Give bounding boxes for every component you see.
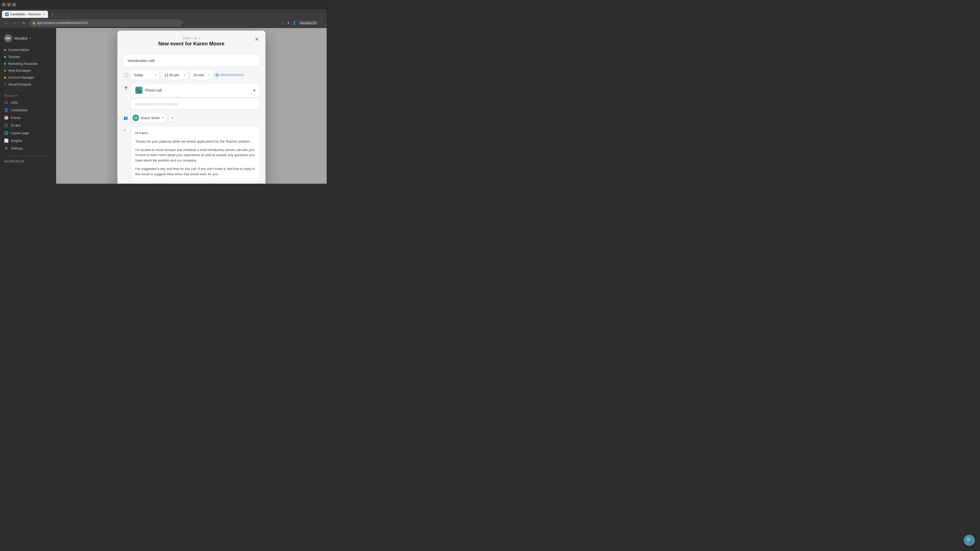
sidebar-item-career-page[interactable]: 🌐 Career page [0, 129, 56, 137]
sidebar-item-marketing-associate[interactable]: Marketing Associate [0, 60, 56, 67]
location-pin-icon: 📍 [124, 86, 129, 91]
time-select-wrapper: 11:00 pm 11:15 pm 11:30 pm 11:45 pm [161, 70, 188, 79]
dot-icon [4, 76, 6, 79]
sidebar-item-events[interactable]: 📅 Events [0, 114, 56, 121]
message-body-3: I've suggested a day and time for this c… [135, 166, 255, 177]
tab-favicon-icon: H [5, 13, 9, 16]
homerun-logo-text: HOMERUN [4, 156, 52, 163]
globe-icon: 🌐 [215, 73, 219, 77]
address-bar: ← → ↻ 🔒 app.homerun.co/candidates/542551… [0, 18, 327, 28]
sidebar-item-label: Marketing Associate [8, 62, 38, 65]
browser-chrome: × – □ H Candidates · Homerun ✕ + ← → ↻ 🔒… [0, 0, 327, 28]
message-body-2: I'm excited to move forward and schedule… [135, 148, 255, 163]
location-type-select[interactable]: 📞 Phone call ▾ [131, 84, 259, 97]
forward-button[interactable]: → [12, 20, 18, 26]
duration-select-wrapper: 15 min 30 min 45 min 1 hour [190, 70, 212, 79]
reload-button[interactable]: ↻ [21, 20, 27, 26]
jobs-icon: 🗂 [4, 100, 8, 104]
profile-button[interactable]: 👤 [292, 21, 296, 25]
app-container: MM Moodjoy ▾ Content Writer Teacher Mark… [0, 28, 327, 184]
attendees-list: SS Shane Smith ✕ + [131, 113, 176, 122]
sidebar-item-insights[interactable]: 📈 Insights [0, 137, 56, 144]
insights-icon: 📈 [4, 138, 8, 143]
location-fields: 📞 Phone call ▾ [131, 84, 259, 109]
user-chevron-icon: ▾ [30, 37, 31, 40]
sidebar-divider [4, 90, 52, 90]
add-attendee-button[interactable]: + [169, 114, 176, 121]
sidebar-user[interactable]: MM Moodjoy ▾ [0, 32, 56, 46]
dot-icon [4, 70, 6, 72]
minimize-window-button[interactable]: – [7, 3, 11, 6]
todos-icon: ☑ [4, 123, 8, 127]
sidebar-item-visual-designer[interactable]: Visual Designer [0, 81, 56, 88]
close-window-button[interactable]: × [2, 3, 6, 6]
sidebar-logo: HOMERUN [0, 152, 56, 167]
location-type-label: Phone call [145, 88, 162, 92]
lock-icon: 🔒 [32, 21, 36, 25]
sidebar-item-teacher[interactable]: Teacher [0, 53, 56, 60]
modal-close-button[interactable]: ✕ [253, 36, 260, 43]
candidates-icon: 👤 [4, 108, 8, 112]
url-input-area[interactable]: 🔒 app.homerun.co/candidates/5425513 [29, 19, 182, 27]
phone-call-left: 📞 Phone call [135, 87, 162, 94]
attendees-row: 👥 SS Shane Smith ✕ + [124, 113, 259, 122]
sidebar-item-label: Account Manager [8, 76, 34, 79]
settings-icon: ⚙ [4, 146, 8, 150]
section-label: Moodjoy ▾ [0, 92, 56, 98]
remove-attendee-button[interactable]: ✕ [162, 116, 164, 120]
message-icon: ≡ [124, 128, 129, 132]
sidebar-item-content-writer[interactable]: Content Writer [0, 46, 56, 53]
download-button[interactable]: ⬇ [287, 21, 290, 25]
modal-title: New event for Karen Moore [124, 41, 259, 47]
avatar: MM [4, 34, 12, 42]
sidebar-item-label: Visual Designer [8, 83, 32, 86]
attendee-name: Shane Smith [141, 116, 159, 120]
titlebar: × – □ [0, 0, 327, 9]
sidebar-item-label: To-dos [11, 124, 21, 127]
sidebar-item-account-manager[interactable]: Account Manager [0, 74, 56, 81]
new-tab-button[interactable]: + [49, 11, 56, 18]
date-select-wrapper: today tomorrow next week [131, 70, 159, 79]
incognito-badge[interactable]: Incognito (2) [298, 21, 318, 25]
sidebar-item-label: Content Writer [8, 48, 30, 52]
duration-select[interactable]: 15 min 30 min 45 min 1 hour [190, 70, 212, 79]
location-row: 📍 📞 Phone call ▾ [124, 84, 259, 109]
sidebar-item-jobs[interactable]: 🗂 Jobs [0, 98, 56, 106]
message-row: ≡ Hi Karen, Thanks for your patience whi… [124, 127, 259, 181]
sidebar-item-todos[interactable]: ☑ To-dos [0, 121, 56, 129]
phone-icon: 📞 [135, 87, 142, 94]
clock-icon: 🕐 [124, 73, 129, 78]
time-select[interactable]: 11:00 pm 11:15 pm 11:30 pm 11:45 pm [161, 70, 188, 79]
modal-step-label: STEP 1 OF 1 [124, 37, 259, 40]
event-name-input[interactable] [124, 55, 259, 66]
date-select[interactable]: today tomorrow next week [131, 70, 159, 79]
back-button[interactable]: ← [3, 20, 9, 26]
attendee-tag: SS Shane Smith ✕ [131, 113, 167, 122]
modal-overlay: STEP 1 OF 1 New event for Karen Moore ✕ … [56, 28, 327, 184]
dot-icon [4, 83, 6, 86]
bookmark-button[interactable]: ☆ [282, 21, 285, 25]
sidebar: MM Moodjoy ▾ Content Writer Teacher Mark… [0, 28, 56, 184]
phone-number-input[interactable] [131, 99, 259, 109]
modal-body: 🕐 today tomorrow next week 11:00 pm [118, 51, 266, 184]
sidebar-item-settings[interactable]: ⚙ Settings [0, 144, 56, 152]
sidebar-item-candidates[interactable]: 👤 Candidates [0, 106, 56, 114]
address-bar-right: ☆ ⬇ 👤 Incognito (2) ⋮ [282, 21, 324, 25]
main-content: STEP 1 OF 1 New event for Karen Moore ✕ … [56, 28, 327, 184]
sidebar-item-label: Candidates [11, 108, 27, 112]
active-tab[interactable]: H Candidates · Homerun ✕ [2, 11, 48, 18]
attendee-avatar: SS [132, 114, 139, 121]
sidebar-item-web-developer[interactable]: Web Developer [0, 67, 56, 74]
sidebar-item-label: Career page [11, 131, 29, 135]
tab-close-icon[interactable]: ✕ [43, 13, 45, 16]
attendees-icon: 👥 [124, 116, 129, 120]
timezone-badge[interactable]: 🌐 ASIA/SHANGHAI [215, 73, 244, 77]
maximize-window-button[interactable]: □ [12, 3, 16, 6]
tab-title: Candidates · Homerun [10, 13, 41, 16]
user-name-label: Moodjoy [14, 36, 28, 40]
menu-button[interactable]: ⋮ [320, 21, 324, 25]
sidebar-item-label: Teacher [8, 55, 20, 59]
message-body-1: Thanks for your patience while we review… [135, 139, 255, 144]
datetime-row: 🕐 today tomorrow next week 11:00 pm [124, 70, 259, 79]
modal-header: STEP 1 OF 1 New event for Karen Moore ✕ [118, 30, 266, 51]
